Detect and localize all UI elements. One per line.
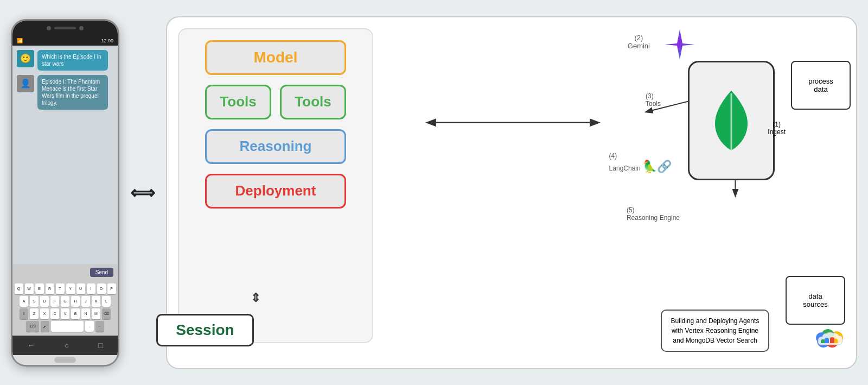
key-r[interactable]: R: [46, 283, 54, 294]
key-q[interactable]: Q: [15, 283, 23, 294]
model-label: Model: [254, 49, 298, 66]
home-icon[interactable]: ○: [65, 341, 69, 350]
key-k[interactable]: K: [92, 296, 100, 307]
mongodb-box: [688, 61, 775, 180]
tools-label-2: Tools: [295, 93, 331, 110]
phone-speaker: [54, 27, 76, 29]
gemini-icon: [663, 28, 696, 63]
reasoning-box: Reasoning: [205, 129, 346, 164]
key-backspace[interactable]: ⌫: [102, 308, 111, 319]
main-container: 📶 12:00 🙂 Which is the Episode I in star…: [11, 8, 857, 377]
signal-icon: 📶: [17, 38, 23, 43]
session-label: Session: [176, 321, 234, 339]
chat-row-1: 🙂 Which is the Episode I in star wars: [17, 50, 113, 71]
key-f[interactable]: F: [50, 296, 59, 307]
key-u[interactable]: U: [76, 283, 85, 294]
deployment-box: Deployment: [205, 174, 346, 209]
send-button[interactable]: Send: [90, 268, 113, 277]
phone-keyboard: Q W E R T Y U I O P A S D F G H J K L: [12, 281, 118, 336]
google-cloud-logo: [813, 325, 845, 352]
key-m[interactable]: M: [92, 308, 100, 319]
keyboard-row-1: Q W E R T Y U I O P: [14, 283, 117, 294]
phone-input-bar: Send: [12, 264, 118, 281]
tools-box-1: Tools: [205, 85, 271, 119]
agent-box: Model Tools Tools Reasoning Deployment: [178, 28, 373, 343]
chat-bubble-1: Which is the Episode I in star wars: [37, 50, 108, 71]
key-i[interactable]: I: [87, 283, 95, 294]
langchain-name: LangChain 🦜🔗: [609, 160, 672, 174]
key-c[interactable]: C: [50, 308, 59, 319]
key-shift[interactable]: ⇧: [20, 308, 28, 319]
architecture-diagram: Model Tools Tools Reasoning Deployment ⇕: [166, 16, 857, 369]
phone-top: [12, 21, 118, 36]
keyboard-row-4: 123 🎤 . ←: [14, 321, 117, 332]
user-avatar: 🙂: [17, 50, 34, 67]
ingest-area: (1) Ingest: [768, 121, 786, 136]
key-t[interactable]: T: [56, 283, 65, 294]
phone-bottom: [12, 355, 118, 365]
ingest-name: Ingest: [768, 128, 786, 136]
key-x[interactable]: X: [40, 308, 49, 319]
tools-num: (3): [646, 92, 661, 100]
key-g[interactable]: G: [61, 296, 69, 307]
key-w[interactable]: W: [25, 283, 34, 294]
reasoning-engine-area: (5) Reasoning Engine: [627, 206, 680, 222]
keyboard-row-3: ⇧ Z X C V B N M ⌫: [14, 308, 117, 319]
gemini-num: (2): [634, 34, 643, 42]
clock: 12:00: [101, 38, 113, 43]
key-y[interactable]: Y: [66, 283, 75, 294]
phone: 📶 12:00 🙂 Which is the Episode I in star…: [11, 19, 119, 367]
key-space[interactable]: [51, 321, 84, 332]
process-data-box: processdata: [791, 61, 851, 110]
phone-status-bar: 📶 12:00: [12, 36, 118, 46]
key-n[interactable]: N: [81, 308, 90, 319]
key-123[interactable]: 123: [26, 321, 39, 332]
bottom-text: Building and Deploying Agents with Verte…: [671, 317, 760, 344]
keyboard-row-2: A S D F G H J K L: [14, 296, 117, 307]
langchain-area: (4) LangChain 🦜🔗: [609, 152, 672, 174]
mongodb-leaf-icon: [710, 88, 753, 153]
phone-nav-bar: ← ○ □: [12, 336, 118, 355]
bottom-text-box: Building and Deploying Agents with Verte…: [661, 310, 769, 352]
recents-icon[interactable]: □: [98, 341, 103, 350]
phone-camera: [47, 26, 51, 30]
key-z[interactable]: Z: [30, 308, 39, 319]
phone-camera-2: [79, 26, 84, 30]
chat-row-2: 👤 Episode I: The Phantom Menace is the f…: [17, 75, 113, 110]
gcloud-icon: [813, 326, 845, 350]
key-j[interactable]: J: [81, 296, 90, 307]
vert-arrow: ⇕: [251, 291, 260, 305]
key-period[interactable]: .: [85, 321, 94, 332]
key-s[interactable]: S: [30, 296, 39, 307]
key-h[interactable]: H: [71, 296, 80, 307]
chat-area: 🙂 Which is the Episode I in star wars 👤 …: [12, 46, 118, 264]
langchain-num: (4): [609, 152, 672, 160]
deployment-label: Deployment: [235, 182, 316, 199]
tools-label-area: (3) Tools: [646, 92, 661, 108]
key-l[interactable]: L: [102, 296, 111, 307]
model-box: Model: [205, 40, 346, 75]
tools-box-2: Tools: [280, 85, 346, 119]
key-enter[interactable]: ←: [95, 321, 104, 332]
session-box: Session: [156, 314, 254, 346]
ingest-num: (1): [768, 121, 786, 128]
reasoning-label: Reasoning: [240, 138, 312, 155]
key-v[interactable]: V: [61, 308, 69, 319]
key-mic[interactable]: 🎤: [41, 321, 49, 332]
key-e[interactable]: E: [35, 283, 44, 294]
tools-label-1: Tools: [220, 93, 256, 110]
home-button[interactable]: [54, 357, 76, 363]
key-d[interactable]: D: [40, 296, 49, 307]
key-a[interactable]: A: [20, 296, 28, 307]
svg-marker-4: [665, 29, 695, 60]
back-icon[interactable]: ←: [27, 341, 35, 350]
key-p[interactable]: P: [107, 283, 116, 294]
key-b[interactable]: B: [71, 308, 80, 319]
tools-row: Tools Tools: [205, 85, 346, 119]
gemini-area: (2) Gemini: [628, 34, 650, 50]
key-o[interactable]: O: [97, 283, 106, 294]
gemini-name: Gemini: [628, 42, 650, 50]
phone-diagram-arrow: ⟺: [130, 182, 155, 203]
bot-avatar: 👤: [17, 75, 34, 92]
tools-name: Tools: [646, 100, 661, 108]
